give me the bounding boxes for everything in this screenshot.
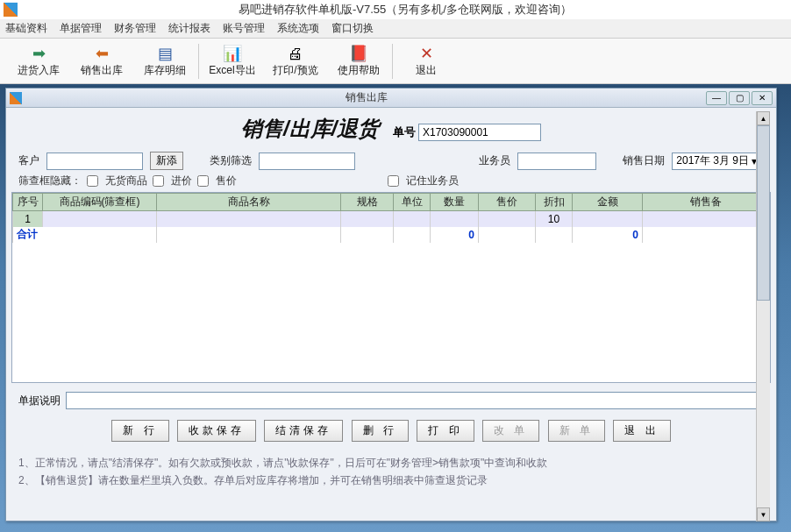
cell-idx: 1: [13, 211, 43, 227]
layers-icon: ▤: [158, 44, 173, 63]
remark-label: 单据说明: [18, 394, 61, 408]
close-button[interactable]: ✕: [752, 91, 773, 105]
salesperson-label: 业务员: [479, 153, 510, 168]
minimize-button[interactable]: —: [706, 91, 727, 105]
customer-label: 客户: [18, 153, 39, 168]
toolbar: ➡进货入库 ⬅销售出库 ▤库存明细 📊Excel导出 🖨打印/预览 📕使用帮助 …: [0, 39, 791, 84]
scroll-thumb[interactable]: [757, 125, 770, 301]
col-spec[interactable]: 规格: [341, 194, 394, 211]
save-pay-button[interactable]: 收款保存: [177, 420, 256, 442]
maximize-button[interactable]: ▢: [729, 91, 750, 105]
menubar: 基础资料 单据管理 财务管理 统计报表 账号管理 系统选项 窗口切换: [0, 19, 791, 39]
col-idx[interactable]: 序号: [13, 194, 43, 211]
tb-stock[interactable]: ▤库存明细: [133, 39, 196, 83]
new-row-button[interactable]: 新 行: [111, 420, 168, 442]
hide-label: 筛查框隐藏：: [18, 174, 82, 188]
menu-accounts[interactable]: 账号管理: [223, 21, 265, 36]
category-input[interactable]: [259, 153, 355, 170]
separator: [392, 44, 393, 79]
cell-discount[interactable]: 10: [536, 211, 573, 227]
remark-input[interactable]: [66, 392, 764, 409]
chk-saleprice[interactable]: [197, 175, 209, 187]
order-no-input[interactable]: [418, 124, 541, 141]
category-label: 类别筛选: [210, 153, 252, 168]
col-unit[interactable]: 单位: [394, 194, 431, 211]
scrollbar-vertical[interactable]: ▲ ▼: [756, 111, 770, 521]
new-bill-button[interactable]: 新 单: [548, 420, 605, 442]
customer-input[interactable]: [46, 153, 143, 170]
tb-print[interactable]: 🖨打印/预览: [264, 39, 327, 83]
remark-row: 单据说明: [6, 383, 776, 415]
print-button[interactable]: 打 印: [417, 420, 474, 442]
total-qty: 0: [431, 227, 479, 243]
total-label: 合计: [13, 227, 157, 243]
table-row[interactable]: 1 10: [13, 211, 770, 227]
sales-out-window: 销售出库 — ▢ ✕ 销售/出库/退货 单号 客户 新添 类别筛选 业务员 销售…: [5, 88, 777, 521]
chk-inprice[interactable]: [153, 175, 164, 187]
inner-titlebar: 销售出库 — ▢ ✕: [6, 89, 776, 108]
window-logo-icon: [10, 92, 22, 104]
action-buttons: 新 行 收款保存 结清保存 删 行 打 印 改 单 新 单 退 出: [6, 415, 776, 450]
hint-1: 1、正常情况，请点"结清保存"。如有欠款或预收款，请点"收款保存"，日后可在"财…: [18, 454, 764, 472]
chk-nogoods[interactable]: [87, 175, 98, 187]
app-title: 易吧进销存软件单机版-V7.55（另有多机/多仓联网版，欢迎咨询）: [23, 2, 787, 18]
window-title: 销售出库: [27, 90, 706, 105]
arrow-right-icon: ➡: [32, 44, 46, 63]
date-value: 2017年 3月 9日: [676, 153, 749, 168]
edit-bill-button[interactable]: 改 单: [482, 420, 539, 442]
workspace: 销售出库 — ▢ ✕ 销售/出库/退货 单号 客户 新添 类别筛选 业务员 销售…: [0, 84, 791, 532]
total-amount: 0: [573, 227, 643, 243]
app-logo-icon: [4, 3, 18, 17]
arrow-left-icon: ⬅: [96, 44, 109, 63]
col-qty[interactable]: 数量: [431, 194, 479, 211]
salesperson-input[interactable]: [517, 153, 596, 170]
chk-remember-sales[interactable]: [388, 175, 399, 187]
close-icon: ✕: [420, 44, 433, 63]
delete-row-button[interactable]: 删 行: [352, 420, 409, 442]
add-customer-button[interactable]: 新添: [150, 152, 183, 170]
col-code[interactable]: 商品编码(筛查框): [43, 194, 157, 211]
scroll-down-icon[interactable]: ▼: [757, 507, 770, 521]
save-close-button[interactable]: 结清保存: [264, 420, 343, 442]
col-remark[interactable]: 销售备: [643, 194, 770, 211]
form-heading: 销售/出库/退货: [241, 115, 379, 143]
hint-2: 2、【销售退货】请在数量栏里填入负数。存单后对应库存将增加，并可在销售明细表中筛…: [18, 472, 764, 489]
tb-sales-out[interactable]: ⬅销售出库: [70, 39, 133, 83]
total-row: 合计 0 0: [13, 227, 770, 243]
date-picker[interactable]: 2017年 3月 9日 ▾: [672, 153, 764, 170]
separator: [198, 44, 199, 79]
hints: 1、正常情况，请点"结清保存"。如有欠款或预收款，请点"收款保存"，日后可在"财…: [6, 450, 776, 493]
menu-reports[interactable]: 统计报表: [168, 21, 210, 36]
menu-basic[interactable]: 基础资料: [5, 21, 47, 36]
menu-system[interactable]: 系统选项: [277, 21, 319, 36]
app-titlebar: 易吧进销存软件单机版-V7.55（另有多机/多仓联网版，欢迎咨询）: [0, 0, 791, 19]
col-discount[interactable]: 折扣: [536, 194, 573, 211]
filters-row-2: 筛查框隐藏： 无货商品 进价 售价 记住业务员: [6, 172, 776, 192]
tb-purchase-in[interactable]: ➡进货入库: [7, 39, 70, 83]
order-no-label: 单号: [393, 125, 416, 138]
menu-window[interactable]: 窗口切换: [331, 21, 374, 36]
scroll-up-icon[interactable]: ▲: [757, 111, 770, 125]
col-amount[interactable]: 金额: [573, 194, 643, 211]
date-label: 销售日期: [623, 153, 665, 168]
book-icon: 📕: [349, 44, 368, 63]
grid-header-row: 序号 商品编码(筛查框) 商品名称 规格 单位 数量 售价 折扣 金额 销售备: [13, 194, 770, 211]
col-price[interactable]: 售价: [479, 194, 536, 211]
excel-icon: 📊: [223, 44, 242, 63]
tb-help[interactable]: 📕使用帮助: [327, 39, 390, 83]
exit-button[interactable]: 退 出: [613, 420, 670, 442]
menu-finance[interactable]: 财务管理: [114, 21, 156, 36]
items-grid[interactable]: 序号 商品编码(筛查框) 商品名称 规格 单位 数量 售价 折扣 金额 销售备 …: [11, 192, 771, 383]
printer-icon: 🖨: [288, 44, 303, 63]
col-name[interactable]: 商品名称: [157, 194, 341, 211]
filters-row: 客户 新添 类别筛选 业务员 销售日期 2017年 3月 9日 ▾: [6, 146, 776, 172]
tb-excel[interactable]: 📊Excel导出: [201, 39, 264, 83]
tb-exit[interactable]: ✕退出: [395, 39, 458, 83]
form-header: 销售/出库/退货 单号: [6, 108, 776, 146]
menu-bills[interactable]: 单据管理: [60, 21, 102, 36]
